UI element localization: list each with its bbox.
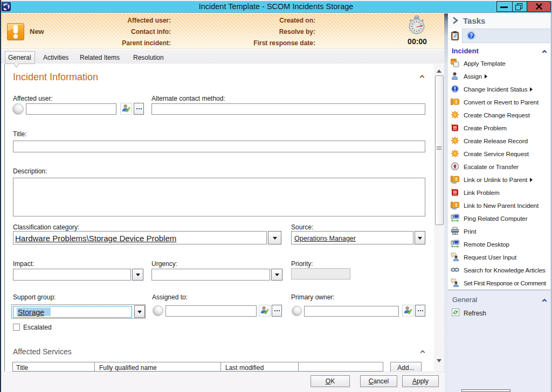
svg-text:?: ? — [470, 33, 473, 39]
